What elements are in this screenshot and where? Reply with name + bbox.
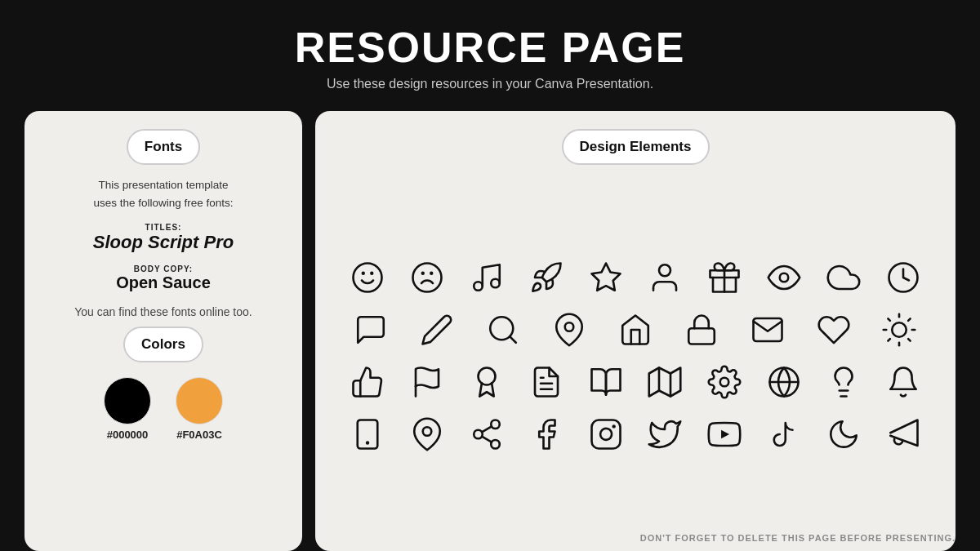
- svg-point-34: [720, 377, 729, 386]
- svg-rect-47: [591, 420, 620, 448]
- svg-point-44: [491, 440, 500, 449]
- svg-point-41: [423, 427, 432, 436]
- pencil-icon: [409, 306, 465, 353]
- color-hex-orange: #F0A03C: [176, 429, 222, 441]
- icons-row-4: [338, 411, 933, 458]
- fonts-label-wrapper: Fonts: [44, 129, 283, 165]
- award-icon: [459, 358, 514, 406]
- star-icon: [578, 254, 634, 301]
- thumbsup-icon: [340, 358, 395, 406]
- color-item-black: #000000: [104, 377, 151, 441]
- tiktok-icon: [756, 411, 812, 458]
- svg-line-22: [909, 339, 911, 340]
- fonts-label: Fonts: [127, 129, 200, 165]
- search-icon: [475, 306, 531, 353]
- bell-icon: [875, 358, 931, 406]
- share-icon: [459, 411, 514, 458]
- globe-icon: [756, 358, 812, 406]
- color-circle-orange: [176, 377, 223, 424]
- svg-point-0: [354, 263, 382, 291]
- sun-icon: [871, 306, 927, 353]
- instagram-icon: [578, 411, 634, 458]
- svg-marker-49: [721, 429, 729, 438]
- left-panel: Fonts This presentation templateuses the…: [24, 111, 302, 551]
- body-font-name: Open Sauce: [44, 273, 283, 292]
- flag-icon: [399, 358, 455, 406]
- youtube-icon: [697, 411, 752, 458]
- color-item-orange: #F0A03C: [176, 377, 223, 441]
- clock-icon: [875, 254, 931, 301]
- colors-label: Colors: [123, 327, 203, 362]
- location-icon: [399, 411, 455, 458]
- svg-point-43: [474, 429, 483, 438]
- icons-grid: [338, 178, 933, 533]
- pin-icon: [541, 306, 597, 353]
- svg-point-9: [659, 264, 670, 276]
- svg-point-28: [478, 367, 495, 384]
- svg-point-3: [413, 263, 442, 291]
- svg-marker-8: [591, 263, 620, 290]
- gift-icon: [697, 254, 752, 301]
- svg-point-18: [893, 322, 907, 337]
- right-panel: Design Elements: [315, 111, 956, 551]
- svg-point-42: [491, 420, 500, 429]
- svg-line-46: [482, 426, 492, 432]
- svg-marker-31: [649, 367, 681, 396]
- svg-rect-17: [688, 328, 715, 344]
- mail-icon: [740, 306, 795, 353]
- book-icon: [578, 358, 634, 406]
- colors-row: #000000 #F0A03C: [44, 377, 283, 441]
- megaphone-icon: [875, 411, 931, 458]
- svg-point-16: [565, 322, 574, 331]
- colors-label-wrapper: Colors: [44, 327, 283, 362]
- home-icon: [608, 306, 663, 353]
- design-elements-header: Design Elements: [338, 129, 933, 165]
- footer-note: DON'T FORGET TO DELETE THIS PAGE BEFORE …: [640, 533, 956, 543]
- title-font-category: TITLES:: [44, 223, 283, 232]
- heart-icon: [806, 306, 862, 353]
- svg-line-45: [482, 436, 492, 442]
- eye-icon: [756, 254, 812, 301]
- speech-bubble-icon: [343, 306, 399, 353]
- person-icon: [637, 254, 693, 301]
- map-icon: [637, 358, 693, 406]
- find-fonts-text: You can find these fonts online too.: [44, 305, 283, 318]
- icons-row-3: [338, 358, 933, 406]
- page-subtitle: Use these design resources in your Canva…: [295, 77, 686, 91]
- document-icon: [519, 358, 574, 406]
- title-font-entry: TITLES: Sloop Script Pro: [44, 223, 283, 253]
- design-elements-label: Design Elements: [562, 129, 710, 165]
- svg-point-7: [491, 278, 500, 287]
- svg-line-26: [909, 318, 911, 320]
- svg-line-25: [889, 339, 890, 340]
- content-area: Fonts This presentation templateuses the…: [0, 111, 980, 551]
- smiley-icon: [340, 254, 395, 301]
- moon-icon: [816, 411, 871, 458]
- svg-point-12: [780, 273, 789, 282]
- twitter-icon: [637, 411, 693, 458]
- sad-face-icon: [399, 254, 455, 301]
- color-hex-black: #000000: [107, 429, 149, 441]
- rocket-icon: [519, 254, 574, 301]
- lightbulb-icon: [816, 358, 871, 406]
- body-font-entry: BODY COPY: Open Sauce: [44, 264, 283, 292]
- phone-icon: [340, 411, 395, 458]
- gear-icon: [697, 358, 752, 406]
- title-font-name: Sloop Script Pro: [44, 232, 283, 253]
- facebook-icon: [519, 411, 574, 458]
- lock-icon: [674, 306, 729, 353]
- icons-row-2: [338, 306, 933, 353]
- cloud-icon: [816, 254, 871, 301]
- music-icon: [459, 254, 514, 301]
- svg-line-15: [510, 336, 516, 343]
- svg-point-6: [474, 282, 483, 291]
- svg-line-21: [889, 318, 890, 320]
- icons-row-1: [338, 254, 933, 301]
- color-circle-black: [104, 377, 151, 424]
- page-title: RESOURCE PAGE: [295, 23, 686, 72]
- body-font-category: BODY COPY:: [44, 264, 283, 273]
- page-header: RESOURCE PAGE Use these design resources…: [295, 0, 686, 100]
- fonts-description: This presentation templateuses the follo…: [44, 176, 283, 211]
